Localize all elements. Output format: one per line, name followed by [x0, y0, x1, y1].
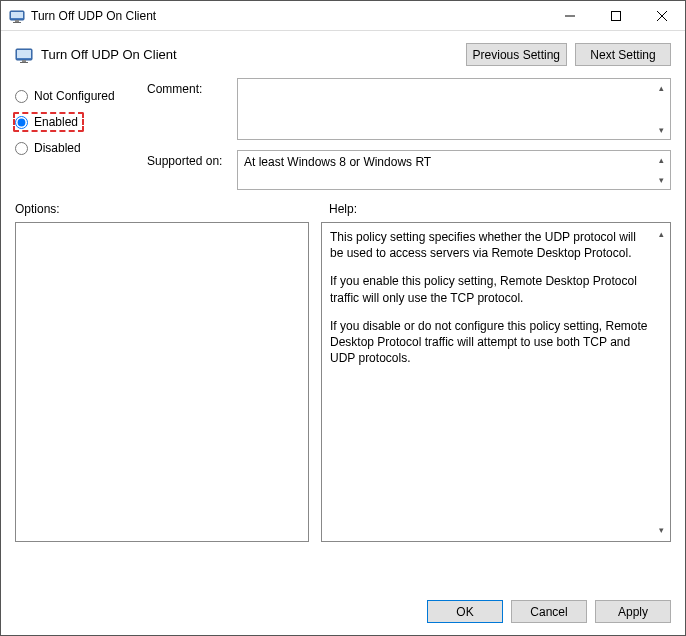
supported-text: At least Windows 8 or Windows RT [238, 151, 670, 173]
apply-button[interactable]: Apply [595, 600, 671, 623]
options-label: Options: [15, 202, 329, 216]
radio-not-configured-input[interactable] [15, 90, 28, 103]
scroll-down-icon[interactable]: ▾ [654, 523, 668, 537]
panel-labels: Options: Help: [1, 198, 685, 218]
options-panel[interactable] [15, 222, 309, 542]
titlebar: Turn Off UDP On Client [1, 1, 685, 31]
help-panel[interactable]: This policy setting specifies whether th… [321, 222, 671, 542]
radio-disabled-label: Disabled [34, 141, 81, 155]
next-setting-button[interactable]: Next Setting [575, 43, 671, 66]
help-label: Help: [329, 202, 357, 216]
panels: This policy setting specifies whether th… [1, 218, 685, 590]
policy-icon [15, 46, 33, 64]
policy-title: Turn Off UDP On Client [41, 47, 177, 62]
window-title: Turn Off UDP On Client [31, 9, 156, 23]
scroll-up-icon[interactable]: ▴ [654, 153, 668, 167]
help-paragraph: If you disable or do not configure this … [330, 318, 652, 367]
help-paragraph: If you enable this policy setting, Remot… [330, 273, 652, 305]
minimize-button[interactable] [547, 1, 593, 31]
radio-disabled-input[interactable] [15, 142, 28, 155]
maximize-button[interactable] [593, 1, 639, 31]
comment-box[interactable]: ▴ ▾ [237, 78, 671, 140]
dialog-footer: OK Cancel Apply [1, 590, 685, 635]
scroll-up-icon[interactable]: ▴ [654, 81, 668, 95]
radio-disabled[interactable]: Disabled [15, 138, 147, 158]
app-icon [9, 8, 25, 24]
scroll-down-icon[interactable]: ▾ [654, 123, 668, 137]
radio-enabled-highlight: Enabled [13, 112, 84, 132]
svg-rect-2 [15, 20, 19, 22]
svg-rect-5 [612, 11, 621, 20]
cancel-button[interactable]: Cancel [511, 600, 587, 623]
comment-label: Comment: [147, 78, 237, 140]
header-row: Turn Off UDP On Client Previous Setting … [1, 31, 685, 72]
radio-enabled-label: Enabled [34, 115, 78, 129]
radio-not-configured[interactable]: Not Configured [15, 86, 147, 106]
svg-rect-11 [20, 62, 28, 63]
svg-rect-10 [22, 60, 26, 62]
previous-setting-button[interactable]: Previous Setting [466, 43, 567, 66]
radio-enabled-input[interactable] [15, 116, 28, 129]
ok-button[interactable]: OK [427, 600, 503, 623]
supported-label: Supported on: [147, 150, 237, 190]
radio-enabled[interactable]: Enabled [15, 115, 78, 129]
close-button[interactable] [639, 1, 685, 31]
scroll-down-icon[interactable]: ▾ [654, 173, 668, 187]
radio-not-configured-label: Not Configured [34, 89, 115, 103]
svg-rect-1 [11, 12, 23, 18]
scroll-up-icon[interactable]: ▴ [654, 227, 668, 241]
svg-rect-9 [17, 50, 31, 58]
state-radio-group: Not Configured Enabled Disabled [15, 78, 147, 194]
help-paragraph: This policy setting specifies whether th… [330, 229, 652, 261]
svg-rect-3 [13, 22, 21, 23]
config-area: Not Configured Enabled Disabled Comment:… [1, 72, 685, 198]
supported-box: At least Windows 8 or Windows RT ▴ ▾ [237, 150, 671, 190]
